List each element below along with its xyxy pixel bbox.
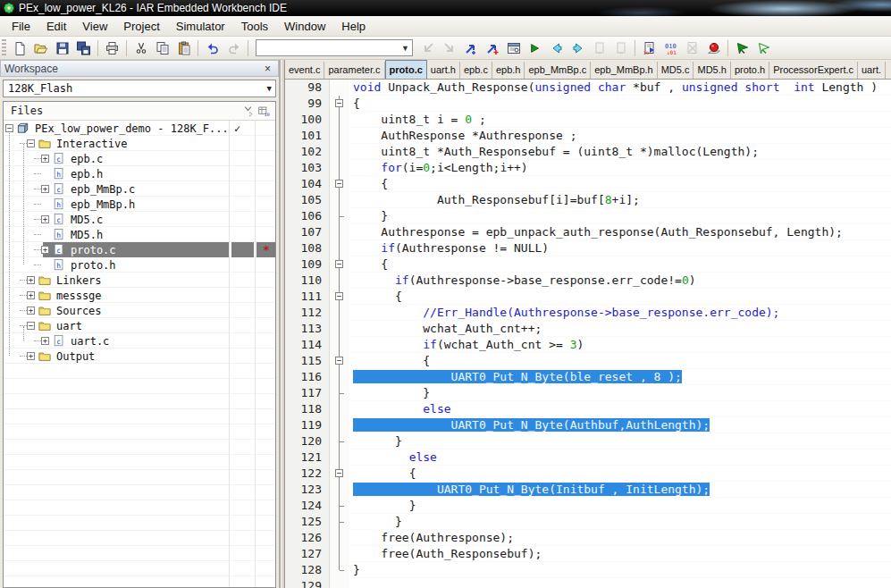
save-all-button[interactable] — [73, 38, 94, 58]
code-line-109[interactable]: 109− { — [285, 256, 891, 273]
code-text[interactable]: void Unpack_Auth_Response(unsigned char … — [349, 80, 891, 96]
tab-epb-c[interactable]: epb.c — [460, 62, 492, 79]
configuration-select[interactable]: 128K_Flash ▼ — [3, 80, 276, 97]
fold-margin[interactable]: − — [330, 289, 349, 305]
code-text[interactable]: AuthResponse *Authresponse ; — [349, 128, 891, 144]
navigate-back-button[interactable] — [546, 38, 567, 58]
find-previous-button[interactable] — [417, 38, 438, 58]
code-text[interactable] — [349, 578, 891, 588]
tree-item-proto-h[interactable]: hproto.h — [4, 257, 275, 273]
code-text[interactable]: UART0_Put_N_Byte(ble_reset , 8 ); — [349, 369, 891, 385]
new-file-button[interactable] — [9, 38, 29, 58]
code-text[interactable]: free(Authresponse); — [349, 530, 891, 546]
code-line-121[interactable]: 121 else — [285, 449, 891, 466]
print-button[interactable] — [102, 38, 122, 58]
tree-item-uart-c[interactable]: +cuart.c — [4, 333, 275, 349]
tree-expander-plus[interactable]: + — [41, 246, 49, 254]
tab-uart-h[interactable]: uart.h — [427, 62, 460, 79]
code-line-120[interactable]: 120 } — [285, 433, 891, 449]
tree-expander-plus[interactable]: + — [41, 185, 49, 193]
menu-item-tools[interactable]: Tools — [233, 17, 276, 36]
navigate-forward-button[interactable] — [567, 38, 588, 58]
tree-item-linkers[interactable]: +Linkers — [4, 273, 275, 288]
copy-button[interactable] — [152, 38, 172, 58]
undo-button[interactable] — [202, 38, 223, 58]
tree-expander-plus[interactable]: + — [27, 307, 35, 315]
tab-parameter-c[interactable]: parameter.c — [324, 62, 384, 79]
code-line-122[interactable]: 122− { — [285, 466, 891, 482]
filter-icon[interactable] — [240, 104, 256, 118]
tree-expander-minus[interactable]: − — [27, 322, 35, 330]
tree-item-md5-h[interactable]: hMD5.h — [4, 227, 275, 242]
code-line-101[interactable]: 101 AuthResponse *Authresponse ; — [285, 128, 891, 144]
code-text[interactable]: if(wchat_Auth_cnt >= 3) — [349, 337, 891, 353]
code-text[interactable]: Auth_Responsebuf[i]=buf[8+i]; — [349, 192, 891, 208]
code-text[interactable]: wchat_Auth_cnt++; — [349, 321, 891, 337]
save-file-button[interactable] — [52, 38, 72, 58]
tab-md5-c[interactable]: MD5.c — [658, 62, 694, 79]
code-line-119[interactable]: 119 UART0_Put_N_Byte(Authbuf,AuthLength)… — [285, 417, 891, 433]
code-line-118[interactable]: 118 else — [285, 401, 891, 417]
menu-item-view[interactable]: View — [74, 17, 115, 36]
code-line-98[interactable]: 98void Unpack_Auth_Response(unsigned cha… — [285, 80, 891, 96]
workspace-close-button[interactable]: × — [261, 63, 274, 75]
toggle-breakpoint-button[interactable] — [703, 38, 724, 58]
fold-margin[interactable]: − — [330, 256, 349, 273]
cut-button[interactable] — [130, 38, 151, 58]
tab-md5-h[interactable]: MD5.h — [693, 62, 730, 79]
code-text[interactable]: { — [349, 466, 891, 482]
code-text[interactable]: else — [349, 449, 891, 466]
tree-item-sources[interactable]: +Sources — [4, 303, 275, 318]
code-text[interactable]: Authresponse = epb_unpack_auth_response(… — [349, 224, 891, 240]
tree-expander-plus[interactable]: + — [41, 337, 49, 345]
fold-margin[interactable]: − — [330, 466, 349, 482]
menu-item-file[interactable]: File — [4, 17, 38, 36]
menu-item-simulator[interactable]: Simulator — [168, 17, 233, 36]
code-text[interactable]: { — [349, 353, 891, 369]
tab-epb-h[interactable]: epb.h — [492, 62, 525, 79]
code-text[interactable]: if(Authresponse != NULL) — [349, 240, 891, 256]
code-line-112[interactable]: 112 //Err_Handle(Authresponse->base_resp… — [285, 305, 891, 321]
tab-event-c[interactable]: event.c — [285, 62, 324, 79]
fold-margin[interactable]: − — [330, 353, 349, 369]
code-line-129[interactable]: 129 — [285, 578, 891, 588]
menu-item-window[interactable]: Window — [276, 17, 333, 36]
redo-button[interactable] — [223, 38, 244, 58]
code-text[interactable]: for(i=0;i<Length;i++) — [349, 160, 891, 176]
code-line-100[interactable]: 100 uint8_t i = 0 ; — [285, 112, 891, 128]
debug-without-downloading-button[interactable] — [753, 38, 774, 58]
tree-expander-plus[interactable]: + — [27, 276, 35, 284]
fold-margin[interactable]: − — [330, 176, 349, 192]
toggle-bookmark-button[interactable] — [460, 38, 481, 58]
fold-collapse-icon[interactable]: − — [335, 260, 343, 268]
find-in-files-button[interactable] — [503, 38, 524, 58]
tree-expander-minus[interactable]: − — [27, 139, 35, 147]
tree-expander-plus[interactable]: + — [27, 352, 35, 360]
compile-button[interactable]: 010↓01 — [660, 38, 681, 58]
fold-margin[interactable]: − — [330, 96, 349, 112]
code-text[interactable]: } — [349, 498, 891, 514]
code-text[interactable]: } — [349, 385, 891, 401]
code-text[interactable]: UART0_Put_N_Byte(Authbuf,AuthLength); — [349, 417, 891, 433]
tree-item-epb-mmbp-h[interactable]: hepb_MmBp.h — [4, 197, 275, 212]
add-bookmark-button[interactable] — [482, 38, 502, 58]
fold-collapse-icon[interactable]: − — [335, 357, 343, 365]
code-line-106[interactable]: 106 } — [285, 208, 891, 224]
code-text[interactable]: uint8_t *Auth_Responsebuf = (uint8_t *)m… — [349, 144, 891, 160]
fold-collapse-icon[interactable]: − — [335, 469, 343, 477]
tree-item-epb-c[interactable]: +cepb.c — [4, 151, 275, 166]
menu-item-project[interactable]: Project — [115, 17, 167, 36]
code-line-127[interactable]: 127 free(Auth_Responsebuf); — [285, 546, 891, 562]
tree-expander-plus[interactable]: + — [27, 291, 35, 299]
tree-item-interactive[interactable]: −Interactive — [4, 136, 275, 151]
code-text[interactable]: //Err_Handle(Authresponse->base_response… — [349, 305, 891, 321]
code-text[interactable]: else — [349, 401, 891, 417]
code-line-110[interactable]: 110 if(Authresponse->base_response.err_c… — [285, 273, 891, 289]
tree-expander-plus[interactable]: + — [41, 215, 49, 223]
code-text[interactable]: } — [349, 208, 891, 224]
code-view[interactable]: 98void Unpack_Auth_Response(unsigned cha… — [285, 80, 891, 588]
code-text[interactable]: } — [349, 433, 891, 449]
columns-options-icon[interactable]: 10 — [256, 104, 272, 118]
code-line-114[interactable]: 114 if(wchat_Auth_cnt >= 3) — [285, 337, 891, 353]
tree-item-pex-low-power-demo-128k-f[interactable]: −PEx_low_power_demo - 128K_F...✓ — [4, 121, 275, 136]
